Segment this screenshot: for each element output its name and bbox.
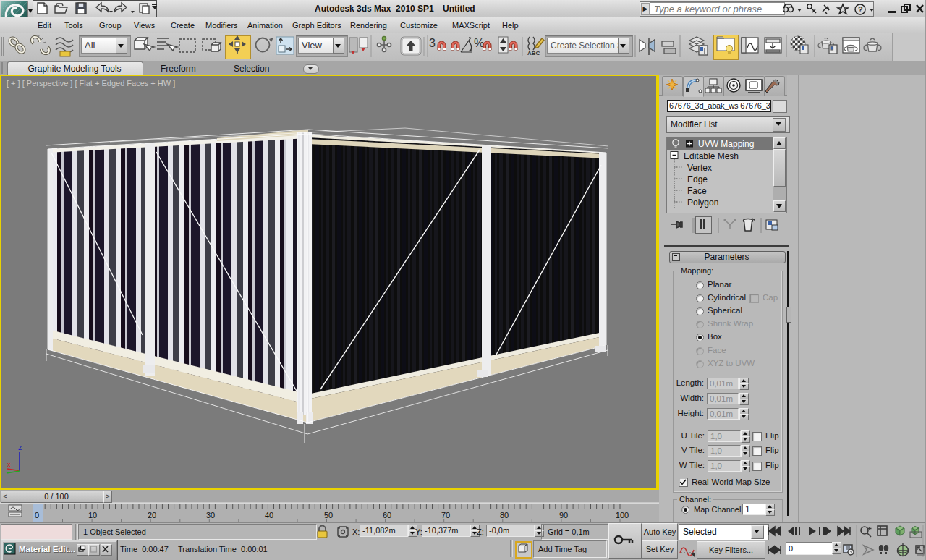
svg-text:%: % [474, 37, 484, 49]
svg-text:x: x [7, 461, 11, 468]
svg-text:3: 3 [429, 37, 436, 49]
svg-text:ABC: ABC [527, 50, 540, 56]
svg-text:z: z [18, 443, 22, 451]
svg-text:?: ? [858, 5, 863, 14]
